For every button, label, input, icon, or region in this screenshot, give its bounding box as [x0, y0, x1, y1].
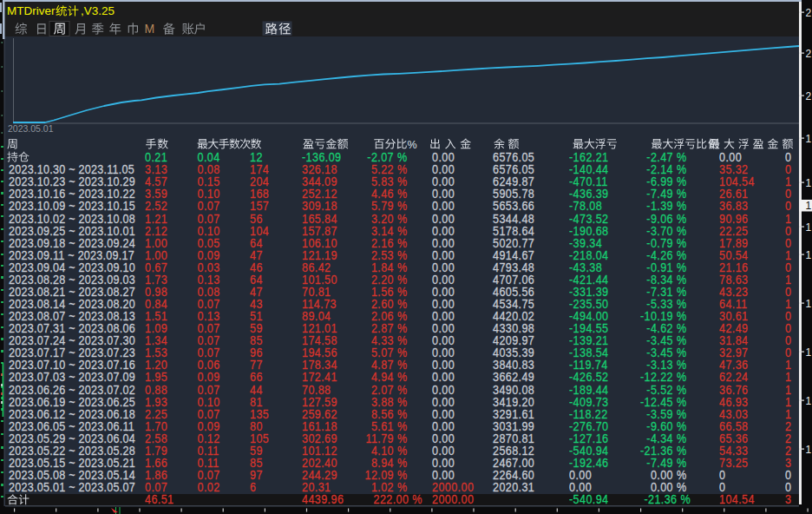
svg-text:6: 6	[250, 480, 256, 494]
svg-text:1: 1	[806, 177, 812, 189]
svg-text:3: 3	[785, 492, 791, 506]
svg-text:-540.94: -540.94	[569, 492, 609, 506]
svg-text:1: 1	[806, 298, 812, 310]
svg-text:MTDriver: MTDriver	[7, 4, 56, 17]
svg-text:2: 2	[806, 90, 812, 102]
svg-text:2000.00: 2000.00	[432, 492, 474, 506]
svg-text:1: 1	[806, 249, 812, 261]
svg-text:1: 1	[806, 346, 812, 359]
svg-text:%: %	[408, 139, 417, 151]
svg-text:1: 1	[806, 444, 812, 456]
svg-text:2023.05.01 ~ 2023.05.07: 2023.05.01 ~ 2023.05.07	[9, 480, 135, 494]
svg-text:2: 2	[806, 7, 812, 19]
svg-text:2020.31: 2020.31	[493, 480, 534, 494]
svg-text:2: 2	[806, 48, 812, 60]
svg-text:104.54: 104.54	[719, 492, 755, 506]
svg-text:1: 1	[806, 133, 812, 145]
svg-text:222.00 %: 222.00 %	[374, 492, 422, 506]
svg-text:-21.36 %: -21.36 %	[644, 492, 691, 506]
svg-text:46.51: 46.51	[145, 492, 174, 506]
svg-text:1: 1	[806, 395, 812, 407]
svg-text:2023.05.01: 2023.05.01	[8, 123, 54, 134]
svg-text:1: 1	[806, 200, 812, 212]
svg-text:0.02: 0.02	[198, 480, 220, 494]
svg-text:,V3.25: ,V3.25	[81, 4, 115, 17]
svg-text:M: M	[145, 22, 155, 36]
svg-text:4439.96: 4439.96	[302, 492, 344, 506]
svg-text:1: 1	[806, 221, 812, 234]
